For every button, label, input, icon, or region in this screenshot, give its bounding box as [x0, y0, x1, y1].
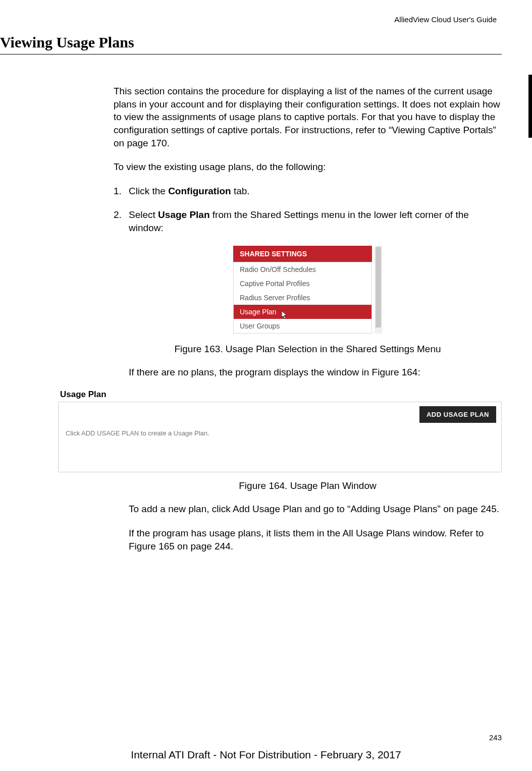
- has-plans-paragraph: If the program has usage plans, it lists…: [129, 527, 502, 553]
- add-plan-paragraph: To add a new plan, click Add Usage Plan …: [129, 503, 502, 516]
- footer-draft-notice: Internal ATI Draft - Not For Distributio…: [0, 749, 532, 761]
- usage-plan-empty-text: Click ADD USAGE PLAN to create a Usage P…: [66, 429, 494, 437]
- usage-plan-title: Usage Plan: [58, 390, 502, 400]
- figure-163-caption: Figure 163. Usage Plan Selection in the …: [114, 344, 502, 355]
- page-number: 243: [489, 733, 502, 742]
- step-number: 1.: [114, 185, 129, 198]
- step-1-post: tab.: [231, 186, 250, 196]
- no-plans-paragraph: If there are no plans, the program displ…: [129, 366, 502, 379]
- menu-item-user-groups[interactable]: User Groups: [234, 319, 371, 333]
- usage-plan-window: Usage Plan ADD USAGE PLAN Click ADD USAG…: [58, 390, 502, 472]
- intro-paragraph: This section contains the procedure for …: [114, 85, 502, 149]
- scrollbar-thumb[interactable]: [376, 247, 381, 327]
- step-2: 2. Select Usage Plan from the Shared Set…: [114, 208, 502, 234]
- menu-item-captive-portal[interactable]: Captive Portal Profiles: [234, 277, 371, 291]
- menu-item-usage-plan[interactable]: Usage Plan: [234, 305, 371, 319]
- menu-item-usage-plan-label: Usage Plan: [240, 308, 276, 316]
- section-title: Viewing Usage Plans: [0, 34, 502, 54]
- figure-164-caption: Figure 164. Usage Plan Window: [114, 480, 502, 491]
- procedure-intro: To view the existing usage plans, do the…: [114, 160, 502, 174]
- step-2-pre: Select: [129, 209, 158, 220]
- change-bar: [528, 75, 532, 138]
- add-usage-plan-button[interactable]: ADD USAGE PLAN: [419, 406, 496, 423]
- shared-settings-header: SHARED SETTINGS: [233, 246, 372, 262]
- step-1: 1. Click the Configuration tab.: [114, 185, 502, 198]
- step-1-pre: Click the: [129, 186, 168, 196]
- shared-settings-menu: SHARED SETTINGS Radio On/Off Schedules C…: [233, 246, 382, 334]
- header-guide-title: AlliedView Cloud User's Guide: [0, 15, 497, 24]
- menu-item-radio-schedules[interactable]: Radio On/Off Schedules: [234, 262, 371, 277]
- step-number: 2.: [114, 208, 129, 234]
- step-1-bold: Configuration: [168, 186, 231, 196]
- scrollbar[interactable]: [375, 246, 382, 334]
- menu-item-radius-server[interactable]: Radius Server Profiles: [234, 291, 371, 305]
- step-2-bold: Usage Plan: [158, 209, 209, 220]
